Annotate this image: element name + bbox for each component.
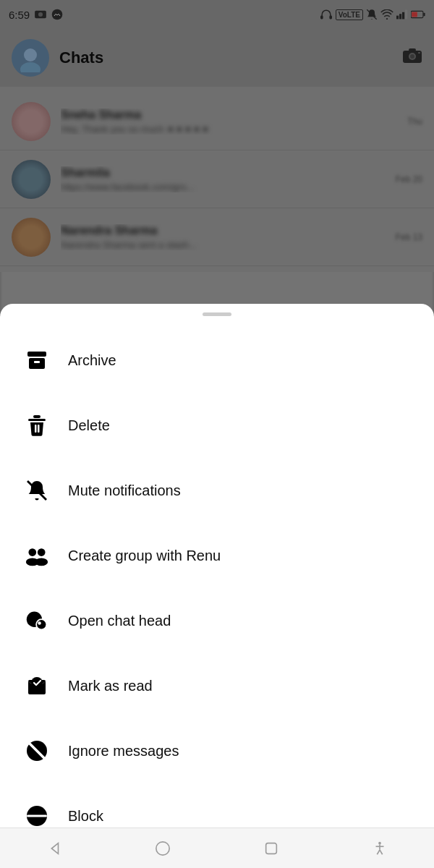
mute-label: Mute notifications bbox=[68, 482, 181, 499]
archive-label: Archive bbox=[68, 352, 116, 369]
delete-button[interactable]: Delete bbox=[0, 393, 434, 458]
group-label: Create group with Renu bbox=[68, 548, 221, 564]
svg-point-44 bbox=[378, 841, 381, 844]
svg-rect-27 bbox=[38, 425, 40, 433]
create-group-button[interactable]: Create group with Renu bbox=[0, 523, 434, 588]
ignore-label: Ignore messages bbox=[68, 743, 179, 760]
mark-read-icon bbox=[23, 672, 51, 699]
chat-head-icon bbox=[23, 607, 51, 634]
bottom-sheet: Archive Delete bbox=[0, 304, 434, 868]
svg-point-42 bbox=[156, 841, 169, 854]
svg-rect-40 bbox=[27, 815, 47, 817]
svg-rect-21 bbox=[27, 352, 46, 357]
svg-line-48 bbox=[380, 849, 383, 854]
block-icon bbox=[23, 802, 51, 830]
nav-bar bbox=[0, 827, 434, 868]
svg-rect-23 bbox=[34, 361, 40, 363]
svg-point-29 bbox=[28, 548, 36, 556]
group-icon bbox=[23, 542, 51, 569]
accessibility-nav-icon[interactable] bbox=[372, 841, 388, 856]
svg-point-36 bbox=[31, 677, 43, 689]
ignore-messages-button[interactable]: Ignore messages bbox=[0, 718, 434, 783]
delete-label: Delete bbox=[68, 417, 110, 434]
open-chat-head-button[interactable]: Open chat head bbox=[0, 588, 434, 653]
mark-read-label: Mark as read bbox=[68, 678, 153, 694]
svg-point-30 bbox=[38, 548, 46, 556]
archive-button[interactable]: Archive bbox=[0, 328, 434, 393]
block-label: Block bbox=[68, 808, 103, 825]
svg-rect-43 bbox=[266, 843, 277, 854]
svg-point-35 bbox=[38, 621, 41, 624]
sheet-handle bbox=[203, 312, 231, 316]
mute-notifications-button[interactable]: Mute notifications bbox=[0, 458, 434, 523]
mark-as-read-button[interactable]: Mark as read bbox=[0, 653, 434, 718]
svg-line-47 bbox=[377, 849, 380, 854]
mute-bell-icon bbox=[23, 477, 51, 504]
svg-point-32 bbox=[35, 558, 48, 566]
svg-rect-25 bbox=[28, 419, 46, 421]
svg-rect-22 bbox=[29, 358, 45, 369]
recents-nav-icon[interactable] bbox=[263, 841, 279, 856]
ignore-icon bbox=[23, 737, 51, 765]
home-nav-icon[interactable] bbox=[155, 841, 171, 856]
trash-icon bbox=[23, 412, 51, 439]
svg-rect-26 bbox=[35, 425, 37, 433]
svg-marker-41 bbox=[51, 843, 58, 854]
svg-point-34 bbox=[36, 619, 46, 629]
chat-head-label: Open chat head bbox=[68, 613, 171, 629]
archive-icon bbox=[23, 346, 51, 374]
back-nav-icon[interactable] bbox=[46, 841, 62, 856]
menu-list: Archive Delete bbox=[0, 322, 434, 868]
svg-rect-24 bbox=[33, 415, 41, 418]
